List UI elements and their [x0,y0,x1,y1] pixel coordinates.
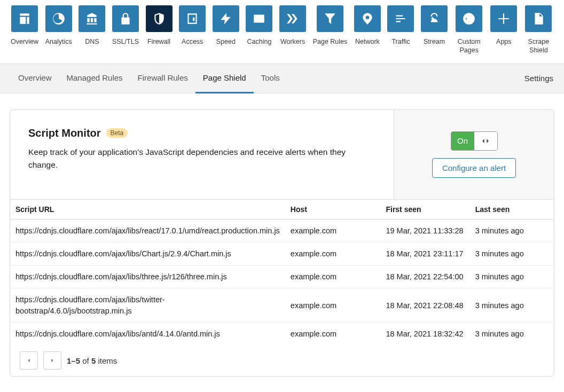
nav-item-stream[interactable]: Stream [421,5,448,55]
settings-link[interactable]: Settings [524,74,553,83]
traffic-icon [387,5,414,32]
caching-icon [246,5,272,32]
nav-label: Stream [424,37,445,46]
ssl-icon [112,5,139,32]
toggle-switch-icon [474,132,497,150]
network-icon [354,5,381,32]
table-row: https://cdnjs.cloudflare.com/ajax/libs/a… [10,322,554,345]
nav-label: Analytics [45,37,72,46]
overview-icon [11,5,38,32]
tab-pageshield[interactable]: Page Shield [195,64,254,93]
access-icon [179,5,206,32]
cell-first: 19 Mar, 2021 11:33:28 [380,219,469,242]
configure-alert-button[interactable]: Configure an alert [432,158,516,178]
nav-item-scrapeshield[interactable]: Scrape Shield [524,5,553,55]
th-host: Host [285,199,381,219]
nav-label: Apps [496,37,512,46]
pagerules-icon [317,5,343,32]
nav-item-overview[interactable]: Overview [11,5,38,55]
nav-item-network[interactable]: Network [354,5,381,55]
dns-icon [79,5,105,32]
nav-label: Scrape Shield [524,37,553,55]
tab-overview[interactable]: Overview [11,64,59,93]
beta-badge: Beta [106,128,128,138]
nav-item-firewall[interactable]: Firewall [146,5,173,55]
cell-last: 3 minutes ago [470,322,554,345]
apps-icon [490,5,517,32]
cell-first: 18 Mar, 2021 18:32:42 [380,322,469,345]
cell-url: https://cdnjs.cloudflare.com/ajax/libs/C… [10,242,285,265]
tab-tools[interactable]: Tools [254,64,287,93]
workers-icon [279,5,306,32]
pagination-info: 1–5 of 5 items [67,356,117,365]
table-row: https://cdnjs.cloudflare.com/ajax/libs/t… [10,288,554,323]
tab-firewallrules[interactable]: Firewall Rules [130,64,195,93]
script-monitor-card: Script Monitor Beta Keep track of your a… [10,109,554,377]
script-table: Script URL Host First seen Last seen htt… [10,199,554,346]
analytics-icon [45,5,72,32]
nav-label: Custom Pages [455,37,484,55]
cell-last: 3 minutes ago [470,265,554,288]
nav-label: Overview [11,37,38,46]
cell-url: https://cdnjs.cloudflare.com/ajax/libs/a… [10,322,285,345]
cell-first: 18 Mar, 2021 22:54:00 [380,265,469,288]
card-title: Script Monitor [28,127,101,139]
custompages-icon [456,5,482,32]
nav-item-ssl[interactable]: SSL/TLS [112,5,139,55]
nav-label: Workers [280,37,305,46]
nav-label: SSL/TLS [112,37,139,46]
th-last-seen: Last seen [470,199,554,219]
nav-item-dns[interactable]: DNS [79,5,105,55]
chevron-right-icon [49,357,56,364]
nav-item-analytics[interactable]: Analytics [45,5,72,55]
nav-label: DNS [85,37,99,46]
nav-item-workers[interactable]: Workers [279,5,306,55]
cell-url: https://cdnjs.cloudflare.com/ajax/libs/r… [10,219,285,242]
nav-label: Caching [247,37,271,46]
cell-last: 3 minutes ago [470,219,554,242]
scrapeshield-icon [525,5,552,32]
toggle-on-label: On [451,132,474,150]
cell-last: 3 minutes ago [470,288,554,323]
nav-label: Firewall [147,37,170,46]
nav-label: Page Rules [313,37,348,46]
nav-item-custompages[interactable]: Custom Pages [455,5,484,55]
card-description: Keep track of your application's JavaScr… [28,146,359,171]
nav-label: Network [355,37,380,46]
speed-icon [213,5,239,32]
chevron-left-icon [25,357,33,364]
th-script-url: Script URL [10,199,285,219]
nav-item-apps[interactable]: Apps [490,5,517,55]
nav-item-caching[interactable]: Caching [246,5,272,55]
cell-first: 18 Mar, 2021 23:11:17 [380,242,469,265]
prev-page-button[interactable] [20,351,38,370]
cell-host: example.com [285,322,381,345]
th-first-seen: First seen [380,199,469,219]
cell-host: example.com [285,242,381,265]
nav-item-traffic[interactable]: Traffic [387,5,414,55]
cell-host: example.com [285,219,381,242]
nav-item-access[interactable]: Access [179,5,206,55]
script-monitor-toggle[interactable]: On [451,131,498,151]
nav-label: Speed [216,37,236,46]
tab-managed[interactable]: Managed Rules [59,64,130,93]
cell-first: 18 Mar, 2021 22:08:48 [380,288,469,323]
cell-url: https://cdnjs.cloudflare.com/ajax/libs/t… [10,288,285,323]
nav-item-pagerules[interactable]: Page Rules [313,5,348,55]
table-row: https://cdnjs.cloudflare.com/ajax/libs/C… [10,242,554,265]
next-page-button[interactable] [43,351,61,370]
cell-host: example.com [285,265,381,288]
cell-url: https://cdnjs.cloudflare.com/ajax/libs/t… [10,265,285,288]
cell-host: example.com [285,288,381,323]
table-row: https://cdnjs.cloudflare.com/ajax/libs/r… [10,219,554,242]
nav-item-speed[interactable]: Speed [213,5,239,55]
nav-label: Access [182,37,203,46]
cell-last: 3 minutes ago [470,242,554,265]
stream-icon [421,5,448,32]
nav-label: Traffic [391,37,410,46]
firewall-icon [146,5,173,32]
table-row: https://cdnjs.cloudflare.com/ajax/libs/t… [10,265,554,288]
